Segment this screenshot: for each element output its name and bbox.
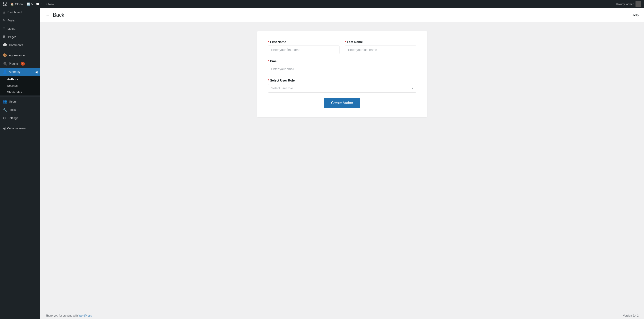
sidebar-item-label: Media [8,27,15,30]
wp-logo-button[interactable] [3,2,7,6]
page-header-left: ← Back [46,12,64,18]
comments-icon: 💬 [3,43,7,47]
sidebar-item-plugins[interactable]: 🔌 Plugins 4 [0,59,40,68]
user-role-label: *Select User Role [268,79,416,82]
sidebar-item-label: Authorsy [9,70,20,73]
user-role-required: * [268,79,269,82]
last-name-label: *Last Name [345,40,416,44]
user-role-select[interactable]: Select user role Subscriber Contributor … [268,84,416,92]
user-role-row: *Select User Role Select user role Subsc… [268,79,416,92]
sidebar-item-pages[interactable]: 🗎 Pages [0,33,40,41]
appearance-icon: 🎨 [3,53,7,57]
posts-icon: ✎ [3,18,6,22]
create-author-button[interactable]: Create Author [324,98,360,108]
howdy-label[interactable]: Howdy, admin [616,2,634,6]
plugins-badge: 4 [21,62,25,66]
sidebar-item-label: Plugins [9,62,18,65]
back-arrow-icon[interactable]: ← [46,12,50,18]
footer-link[interactable]: WordPress [78,314,92,317]
site-name-label: Global [15,2,24,6]
sidebar-item-label: Dashboard [8,10,22,14]
email-input[interactable] [268,65,416,73]
last-name-group: *Last Name [345,40,416,54]
home-icon: 🏠 [10,2,14,6]
email-required: * [268,59,269,63]
plugins-icon: 🔌 [3,61,7,66]
sidebar-separator-2 [0,96,40,96]
page-title: Back [53,12,64,18]
settings-icon: ⚙ [3,116,6,120]
sidebar-separator-3 [0,123,40,123]
form-card: *First Name *Last Name [257,31,427,117]
submenu-item-shortcodes[interactable]: Shortcodes [0,89,40,95]
sidebar-item-dashboard[interactable]: ⊞ Dashboard [0,8,40,16]
admin-bar-left: 🏠 Global 🔄 5 💬 0 + New [3,2,612,6]
footer: Thank you for creating with WordPress Ve… [40,312,644,319]
footer-text: Thank you for creating with [46,314,78,317]
sidebar-item-media[interactable]: ⊟ Media [0,24,40,33]
admin-bar-right: Howdy, admin [616,1,641,7]
sidebar-item-settings[interactable]: ⚙ Settings [0,114,40,122]
sidebar-item-appearance[interactable]: 🎨 Appearance [0,51,40,59]
sidebar-item-posts[interactable]: ✎ Posts [0,16,40,24]
updates-count: 5 [31,2,33,6]
authorsy-icon: 👤 [3,70,7,74]
user-avatar[interactable] [636,1,641,7]
first-name-label: *First Name [268,40,340,44]
updates-icon: 🔄 [26,2,30,6]
page-header: ← Back Help [40,8,644,22]
comments-button[interactable]: 💬 0 [36,2,42,6]
admin-bar: 🏠 Global 🔄 5 💬 0 + New Howdy, admin [0,0,644,8]
users-icon: 👥 [3,99,7,104]
email-label: *Email [268,59,416,63]
authorsy-submenu: Authors Settings Shortcodes [0,76,40,95]
collapse-icon: ◀ [3,126,5,130]
sidebar-item-label: Users [9,100,16,103]
last-name-input[interactable] [345,45,416,54]
wp-logo-icon [3,2,7,6]
version-label: Version 6.4.2 [623,314,639,317]
user-role-select-wrapper: Select user role Subscriber Contributor … [268,84,416,92]
media-icon: ⊟ [3,26,6,31]
main-layout: ⊞ Dashboard ✎ Posts ⊟ Media 🗎 Pages 💬 Co… [0,8,644,319]
submenu-item-settings[interactable]: Settings [0,82,40,89]
sidebar-item-label: Comments [9,43,23,47]
content-area: ← Back Help *First Name [40,8,644,319]
form-wrapper: *First Name *Last Name [40,22,644,312]
submenu-item-authors[interactable]: Authors [0,76,40,82]
new-label: New [48,2,54,6]
last-name-required: * [345,40,346,44]
sidebar-item-label: Posts [8,19,15,22]
authorsy-arrow: ◀ [35,70,38,74]
form-actions: Create Author [268,98,416,108]
first-name-input[interactable] [268,45,340,54]
plus-icon: + [46,2,47,6]
sidebar-item-collapse[interactable]: ◀ Collapse menu [0,124,40,132]
sidebar: ⊞ Dashboard ✎ Posts ⊟ Media 🗎 Pages 💬 Co… [0,8,40,319]
pages-icon: 🗎 [3,35,6,39]
sidebar-item-users[interactable]: 👥 Users [0,97,40,106]
updates-button[interactable]: 🔄 5 [26,2,33,6]
sidebar-item-label: Pages [8,35,16,39]
sidebar-separator [0,50,40,50]
sidebar-item-label: Tools [9,108,16,111]
user-role-group: *Select User Role Select user role Subsc… [268,79,416,92]
sidebar-item-label: Settings [8,116,18,120]
tools-icon: 🔧 [3,108,7,112]
new-button[interactable]: + New [46,2,54,6]
sidebar-item-comments[interactable]: 💬 Comments [0,41,40,49]
comments-icon: 💬 [36,2,40,6]
comments-count: 0 [41,2,42,6]
site-name-button[interactable]: 🏠 Global [10,2,24,6]
sidebar-item-tools[interactable]: 🔧 Tools [0,106,40,114]
help-link[interactable]: Help [632,13,639,17]
sidebar-item-label: Collapse menu [7,127,26,130]
sidebar-item-authorsy[interactable]: 👤 Authorsy ◀ [0,68,40,76]
email-group: *Email [268,59,416,73]
sidebar-item-label: Appearance [9,54,24,57]
first-name-group: *First Name [268,40,340,54]
name-row: *First Name *Last Name [268,40,416,54]
dashboard-icon: ⊞ [3,10,6,14]
first-name-required: * [268,40,269,44]
email-row: *Email [268,59,416,73]
